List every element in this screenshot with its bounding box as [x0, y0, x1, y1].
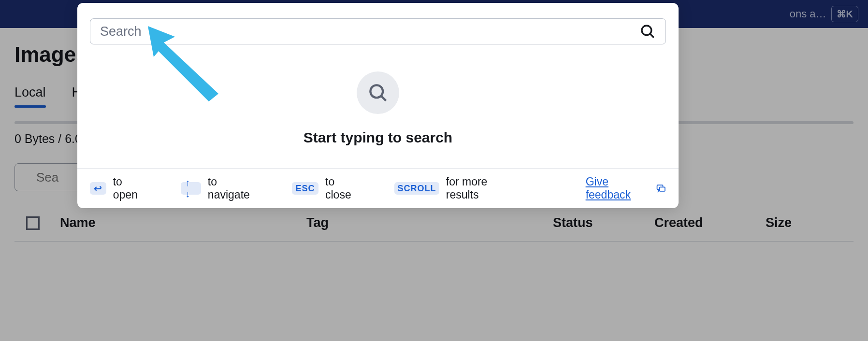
enter-key-icon: ↩ [90, 182, 106, 195]
search-icon [367, 82, 389, 103]
svg-point-4 [370, 85, 383, 98]
modal-search-input[interactable] [100, 24, 639, 39]
search-modal: Start typing to search ↩ to open ↑ ↓ to … [77, 3, 679, 208]
modal-body: Start typing to search [77, 44, 679, 168]
esc-key-icon: ESC [292, 182, 318, 195]
hint-navigate: ↑ ↓ to navigate [181, 175, 258, 201]
hint-more: SCROLL for more results [394, 175, 518, 201]
scroll-key-icon: SCROLL [394, 182, 439, 195]
hint-open-label: to open [113, 175, 147, 201]
empty-state-text: Start typing to search [304, 129, 452, 146]
hint-navigate-label: to navigate [208, 175, 258, 201]
hint-more-label: for more results [446, 175, 518, 201]
search-icon[interactable] [639, 23, 656, 40]
hint-open: ↩ to open [90, 175, 147, 201]
empty-state-icon-circle [357, 71, 399, 114]
svg-line-5 [381, 96, 386, 101]
svg-point-2 [642, 26, 651, 35]
svg-rect-7 [660, 187, 665, 191]
modal-footer: ↩ to open ↑ ↓ to navigate ESC to close S… [77, 168, 679, 208]
give-feedback-link[interactable]: Give feedback [586, 175, 666, 201]
feedback-icon [656, 183, 666, 194]
hint-close: ESC to close [292, 175, 361, 201]
arrows-key-icon: ↑ ↓ [181, 182, 201, 195]
give-feedback-label: Give feedback [586, 175, 652, 201]
svg-line-3 [650, 34, 653, 37]
modal-search-box[interactable] [90, 18, 666, 44]
hint-close-label: to close [325, 175, 361, 201]
